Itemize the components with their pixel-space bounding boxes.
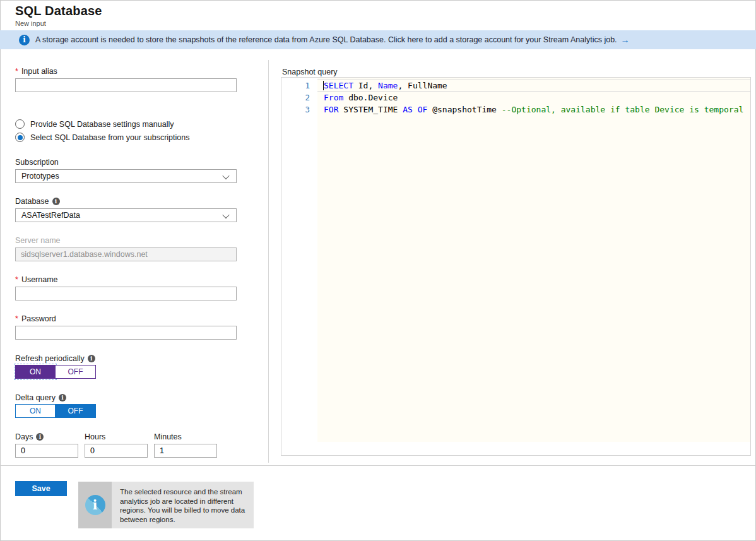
database-select[interactable]: ASATestRefData [15, 208, 237, 222]
notice-text: The selected resource and the stream ana… [112, 482, 254, 528]
source-mode-radios: Provide SQL Database settings manually S… [15, 119, 237, 142]
banner-link-text[interactable]: A storage account is needed to store the… [35, 35, 617, 44]
line-number: 2 [281, 92, 317, 104]
refresh-periodically-toggle: ON OFF [15, 365, 96, 379]
billing-notice: i The selected resource and the stream a… [78, 482, 254, 528]
server-name-label: Server name [15, 236, 237, 245]
save-button[interactable]: Save [15, 481, 67, 496]
notice-icon-strip: i [78, 482, 112, 528]
password-label: * Password [15, 314, 237, 323]
radio-provide-manually[interactable]: Provide SQL Database settings manually [15, 119, 237, 129]
page-title: SQL Database [15, 4, 102, 18]
input-alias-label: * Input alias [15, 67, 237, 76]
minutes-field[interactable] [154, 444, 217, 458]
hours-label: Hours [85, 432, 148, 441]
subscription-select[interactable]: Prototypes [15, 169, 237, 183]
code-text[interactable]: From dbo.Device [317, 92, 750, 104]
snapshot-query-label: Snapshot query [282, 68, 338, 76]
delta-query-toggle: ON OFF [15, 404, 96, 418]
subscription-label: Subscription [15, 158, 237, 167]
refresh-periodically-label: Refresh periodically i [15, 354, 237, 363]
info-icon: i [52, 198, 60, 205]
arrow-right-icon[interactable]: → [621, 35, 630, 45]
delta-on-button[interactable]: ON [15, 404, 56, 418]
editor-background [317, 78, 750, 442]
required-mark: * [15, 275, 18, 284]
delta-off-button[interactable]: OFF [56, 404, 96, 418]
snapshot-query-editor[interactable]: 1SELECT Id, Name, FullName2From dbo.Devi… [281, 77, 751, 456]
info-icon: i [88, 355, 95, 362]
info-icon: i [36, 433, 44, 441]
chevron-down-icon [222, 211, 229, 218]
code-text[interactable]: FOR SYSTEM_TIME AS OF @snapshotTime --Op… [317, 104, 750, 116]
days-field[interactable] [15, 444, 78, 458]
radio-circle-selected-icon[interactable] [15, 133, 25, 142]
password-field[interactable] [15, 326, 237, 340]
chevron-down-icon [222, 172, 229, 179]
storage-account-banner: i A storage account is needed to store t… [0, 30, 756, 49]
code-line[interactable]: 1SELECT Id, Name, FullName [281, 80, 750, 92]
input-form: * Input alias Provide SQL Database setti… [15, 67, 237, 458]
hours-field[interactable] [85, 444, 148, 458]
username-label: * Username [15, 275, 237, 284]
radio-circle-icon[interactable] [15, 119, 25, 129]
days-label: Days i [15, 432, 78, 441]
radio-select-from-subscriptions[interactable]: Select SQL Database from your subscripti… [15, 133, 237, 142]
info-icon: i [85, 495, 105, 515]
line-number: 3 [281, 104, 317, 116]
database-label: Database i [15, 197, 237, 206]
line-number: 1 [281, 80, 317, 92]
refresh-interval-row: Days i Hours Minutes [15, 432, 237, 458]
server-name-field [15, 247, 237, 261]
username-field[interactable] [15, 287, 237, 300]
code-text[interactable]: SELECT Id, Name, FullName [317, 80, 750, 92]
info-icon: i [19, 35, 30, 45]
refresh-on-button[interactable]: ON [15, 365, 56, 379]
code-line[interactable]: 2From dbo.Device [281, 92, 750, 104]
input-alias-field[interactable] [15, 78, 237, 92]
required-mark: * [15, 314, 18, 323]
column-divider [268, 60, 269, 463]
sql-database-pane: SQL Database New input i A storage accou… [0, 0, 756, 541]
required-mark: * [15, 67, 18, 76]
info-icon: i [59, 394, 66, 401]
refresh-off-button[interactable]: OFF [56, 365, 96, 379]
delta-query-label: Delta query i [15, 393, 237, 402]
editor-rows: 1SELECT Id, Name, FullName2From dbo.Devi… [281, 78, 750, 116]
page-subtitle: New input [15, 20, 46, 27]
footer-divider [0, 465, 756, 466]
code-line[interactable]: 3FOR SYSTEM_TIME AS OF @snapshotTime --O… [281, 104, 750, 116]
minutes-label: Minutes [154, 432, 217, 441]
text-cursor [323, 81, 324, 90]
